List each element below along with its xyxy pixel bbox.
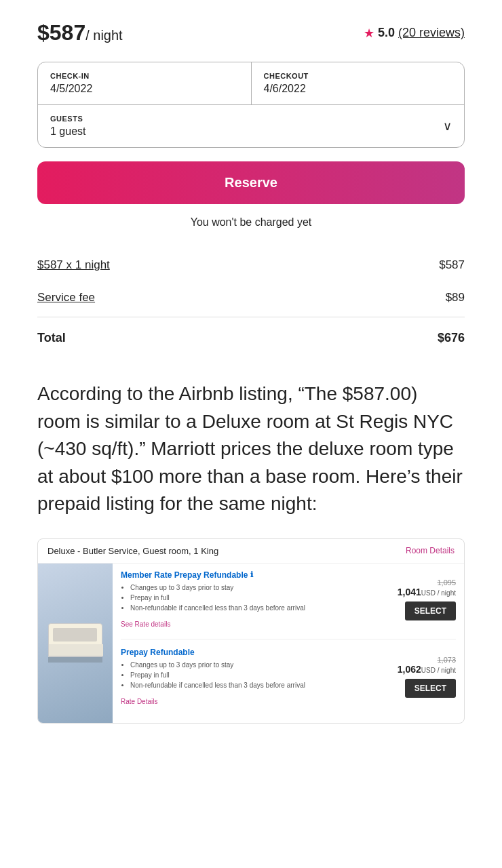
rate-name-1: Member Rate Prepay Refundable ℹ [121, 570, 395, 580]
price-breakdown: $587 x 1 night $587 Service fee $89 Tota… [37, 249, 465, 356]
rate-left-2: Prepay Refundable Changes up to 3 days p… [121, 648, 395, 707]
nightly-price-line: $587 x 1 night $587 [37, 249, 465, 281]
rate-price-1: 1,041USD / night [398, 587, 456, 597]
guest-info: GUESTS 1 guest [50, 115, 85, 138]
rate-price-2: 1,062USD / night [398, 664, 456, 675]
date-row: CHECK-IN 4/5/2022 CHECKOUT 4/6/2022 [38, 62, 464, 105]
hotel-listing-body: Member Rate Prepay Refundable ℹ Changes … [38, 564, 464, 723]
total-label: Total [37, 331, 66, 345]
guest-value: 1 guest [50, 125, 85, 138]
room-details-link[interactable]: Room Details [406, 546, 455, 555]
hotel-image-bed [38, 564, 113, 723]
rate-bullets-1: Changes up to 3 days prior to stay Prepa… [121, 583, 395, 613]
guest-row[interactable]: GUESTS 1 guest ∨ [38, 105, 464, 147]
rate-original-1: 1,095 [437, 578, 456, 587]
service-fee-line: Service fee $89 [37, 281, 465, 314]
select-button-2[interactable]: SELECT [405, 679, 456, 698]
total-line: Total $676 [37, 320, 465, 356]
total-value: $676 [438, 331, 465, 345]
per-night-label: / night [85, 28, 122, 43]
hotel-image [38, 564, 113, 723]
no-charge-text: You won't be charged yet [37, 216, 465, 229]
rate-block-1: Member Rate Prepay Refundable ℹ Changes … [121, 570, 456, 639]
rating-area: ★ 5.0 (20 reviews) [364, 26, 465, 41]
rate-block-2: Prepay Refundable Changes up to 3 days p… [121, 648, 456, 716]
rate-row-1: Member Rate Prepay Refundable ℹ Changes … [121, 570, 456, 629]
chevron-down-icon: ∨ [443, 119, 452, 134]
body-text: According to the Airbnb listing, “The $5… [37, 380, 465, 518]
rate-bullets-2: Changes up to 3 days prior to stay Prepa… [121, 660, 395, 690]
reserve-button[interactable]: Reserve [37, 161, 465, 204]
rate-row-2: Prepay Refundable Changes up to 3 days p… [121, 648, 456, 707]
nightly-label: $587 x 1 night [37, 258, 110, 272]
rate-per-night-1: USD / night [421, 589, 456, 597]
main-page: $587/ night ★ 5.0 (20 reviews) CHECK-IN … [0, 0, 502, 868]
reviews-link[interactable]: (20 reviews) [398, 26, 465, 40]
checkout-value: 4/6/2022 [264, 83, 452, 95]
rate-right-2: 1,073 1,062USD / night SELECT [395, 656, 456, 698]
checkin-value: 4/5/2022 [50, 83, 239, 95]
price-value: $587 [37, 20, 85, 45]
checkin-cell[interactable]: CHECK-IN 4/5/2022 [38, 62, 252, 104]
hotel-rates: Member Rate Prepay Refundable ℹ Changes … [113, 564, 464, 723]
service-fee-label[interactable]: Service fee [37, 291, 95, 304]
rating-value: 5.0 [378, 26, 395, 40]
rate-name-2: Prepay Refundable [121, 648, 395, 657]
rate-details-link-2[interactable]: Rate Details [121, 698, 157, 705]
hotel-listing: Deluxe - Butler Service, Guest room, 1 K… [37, 538, 465, 724]
hotel-listing-header: Deluxe - Butler Service, Guest room, 1 K… [38, 539, 464, 564]
service-fee-value: $89 [446, 291, 465, 304]
rate-right-1: 1,095 1,041USD / night SELECT [395, 578, 456, 620]
checkout-label: CHECKOUT [264, 72, 452, 80]
select-button-1[interactable]: SELECT [405, 601, 456, 620]
nightly-value: $587 [439, 258, 465, 272]
rate-details-link-1[interactable]: See Rate details [121, 620, 170, 628]
checkin-label: CHECK-IN [50, 72, 239, 80]
hotel-room-title: Deluxe - Butler Service, Guest room, 1 K… [47, 546, 218, 556]
guest-label: GUESTS [50, 115, 85, 123]
rate-per-night-2: USD / night [421, 667, 456, 674]
price-header: $587/ night ★ 5.0 (20 reviews) [37, 20, 465, 45]
rate-original-2: 1,073 [437, 656, 456, 664]
rate-left-1: Member Rate Prepay Refundable ℹ Changes … [121, 570, 395, 629]
booking-box: CHECK-IN 4/5/2022 CHECKOUT 4/6/2022 GUES… [37, 62, 465, 148]
star-icon: ★ [364, 26, 374, 41]
checkout-cell[interactable]: CHECKOUT 4/6/2022 [252, 62, 465, 104]
price-display: $587/ night [37, 20, 123, 45]
price-divider [37, 317, 465, 317]
info-icon-1: ℹ [250, 570, 253, 579]
